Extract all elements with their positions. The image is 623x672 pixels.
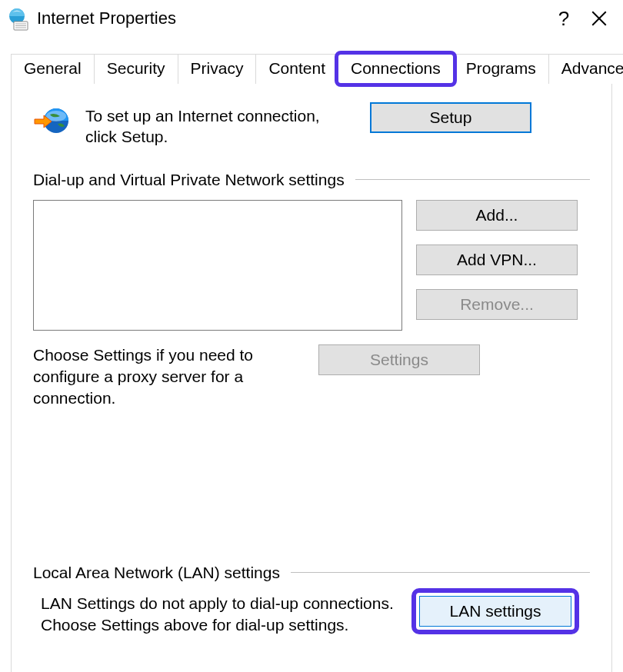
tab-connections[interactable]: Connections <box>338 54 454 84</box>
tab-panel-connections: To set up an Internet connection, click … <box>11 83 612 672</box>
section-divider <box>355 179 590 180</box>
section-divider <box>291 572 590 573</box>
add-vpn-button[interactable]: Add VPN... <box>416 245 578 275</box>
internet-properties-icon <box>6 6 31 31</box>
add-button[interactable]: Add... <box>416 200 578 231</box>
tab-bar: General Security Privacy Content Connect… <box>11 54 623 84</box>
lan-section-header: Local Area Network (LAN) settings <box>33 564 590 582</box>
setup-row: To set up an Internet connection, click … <box>33 102 590 148</box>
setup-description: To set up an Internet connection, click … <box>85 102 355 148</box>
tab-general[interactable]: General <box>11 54 95 84</box>
dialup-settings-button[interactable]: Settings <box>318 344 480 375</box>
window-title: Internet Properties <box>37 8 546 28</box>
tab-content[interactable]: Content <box>255 54 338 84</box>
titlebar: Internet Properties ? <box>0 0 623 37</box>
remove-button[interactable]: Remove... <box>416 289 578 320</box>
lan-row: LAN Settings do not apply to dial-up con… <box>33 593 590 637</box>
lan-section-title: Local Area Network (LAN) settings <box>33 564 280 582</box>
dialup-connections-listbox[interactable] <box>33 200 402 331</box>
lan-settings-button[interactable]: LAN settings <box>419 596 571 627</box>
tab-security[interactable]: Security <box>94 54 178 84</box>
dialup-settings-row: Choose Settings if you need to configure… <box>33 344 590 410</box>
dialup-row: Add... Add VPN... Remove... <box>33 200 590 331</box>
dialup-section-header: Dial-up and Virtual Private Network sett… <box>33 171 590 189</box>
tab-programs[interactable]: Programs <box>453 54 549 84</box>
close-button[interactable] <box>581 1 617 36</box>
dialup-button-column: Add... Add VPN... Remove... <box>416 200 590 331</box>
lan-button-highlight: LAN settings <box>416 593 575 630</box>
tab-advanced[interactable]: Advanced <box>548 54 623 84</box>
tab-privacy[interactable]: Privacy <box>178 54 257 84</box>
lan-section: Local Area Network (LAN) settings LAN Se… <box>33 564 590 637</box>
dialup-section-title: Dial-up and Virtual Private Network sett… <box>33 171 345 189</box>
help-button[interactable]: ? <box>546 7 581 31</box>
lan-description: LAN Settings do not apply to dial-up con… <box>33 593 402 637</box>
setup-button[interactable]: Setup <box>370 102 531 133</box>
dialup-settings-description: Choose Settings if you need to configure… <box>33 344 305 410</box>
globe-arrow-icon <box>33 102 70 139</box>
